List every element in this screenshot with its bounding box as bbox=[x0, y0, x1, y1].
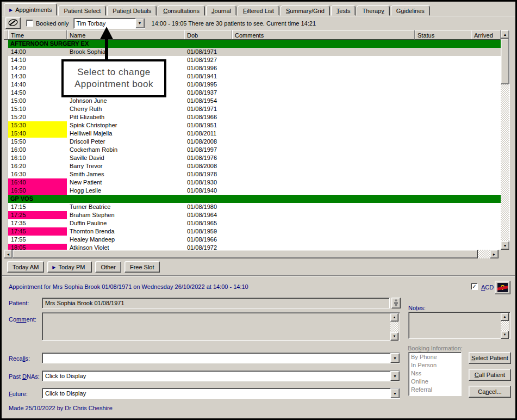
column-header-arrived[interactable]: Arrived bbox=[471, 30, 501, 40]
tab-today-am[interactable]: Today AM bbox=[7, 261, 44, 273]
appointment-row[interactable]: 16:20Barry Trevor01/08/2008 bbox=[4, 162, 501, 170]
appointment-row[interactable]: 15:20Pitt Elizabeth01/08/1966 bbox=[4, 113, 501, 121]
select-patient-button[interactable]: Select Patient bbox=[469, 352, 511, 364]
appointment-row[interactable]: 16:30Smith James01/08/1978 bbox=[4, 170, 501, 178]
scroll-down-icon[interactable]: ▼ bbox=[390, 332, 398, 341]
row-gutter bbox=[4, 154, 8, 162]
appointment-row[interactable]: 15:00Johnson June01/08/1954 bbox=[4, 97, 501, 105]
tab-appointments[interactable]: ▶Appointments bbox=[4, 3, 57, 16]
cell-arrived bbox=[471, 72, 501, 81]
booking-option[interactable]: Nss bbox=[409, 369, 461, 378]
scroll-right-icon[interactable]: ► bbox=[490, 250, 499, 258]
scroll-down-icon[interactable]: ▼ bbox=[501, 241, 509, 250]
booking-option[interactable]: In Person bbox=[409, 361, 461, 369]
recalls-combobox[interactable]: ▼ bbox=[42, 353, 400, 363]
tab-label: Filtered List bbox=[243, 8, 274, 14]
cell-arrived bbox=[471, 219, 501, 227]
tab-summary-grid[interactable]: Summary/Grid bbox=[281, 5, 330, 16]
call-patient-button[interactable]: Call Patient bbox=[469, 369, 511, 381]
cell-comments bbox=[232, 219, 415, 227]
cell-dob: 01/08/1937 bbox=[184, 89, 232, 97]
booked-only-checkbox[interactable] bbox=[26, 20, 33, 27]
horizontal-scroll-thumb[interactable] bbox=[13, 250, 478, 258]
scroll-track[interactable] bbox=[390, 322, 398, 332]
vertical-scroll-thumb[interactable] bbox=[501, 39, 509, 84]
chevron-down-icon[interactable]: ▼ bbox=[390, 353, 400, 363]
appointment-row[interactable]: 16:50Hogg Leslie01/08/1940 bbox=[4, 187, 501, 195]
scroll-up-icon[interactable]: ▲ bbox=[501, 313, 509, 321]
comment-textarea[interactable]: ▲ ▼ bbox=[42, 312, 400, 341]
horizontal-scrollbar[interactable]: ◄ ► bbox=[4, 250, 499, 258]
appointment-row[interactable]: 17:45Thornton Brenda01/08/1959 bbox=[4, 227, 501, 236]
patient-label: Patient: bbox=[9, 300, 29, 306]
section-header-row[interactable]: AFTERNOON SURGERY EX bbox=[4, 40, 501, 48]
appointment-row[interactable]: 14:00Brook Sophia01/08/1971 bbox=[4, 48, 501, 56]
session-status-text: 14:00 - 19:05 There are 30 patients to s… bbox=[152, 20, 316, 27]
appointment-row[interactable]: 18:05Atkinson Violet01/08/1972 bbox=[4, 244, 501, 250]
section-header-row[interactable]: GP VOS bbox=[4, 195, 501, 203]
appointment-row[interactable]: 16:40New Patient01/08/1930 bbox=[4, 178, 501, 187]
tab-patient-details[interactable]: Patient Details bbox=[107, 5, 157, 16]
appointment-row[interactable]: 15:40Helliwell Majella01/08/2011 bbox=[4, 129, 501, 138]
cell-comments bbox=[232, 129, 415, 138]
scroll-up-icon[interactable]: ▲ bbox=[501, 30, 509, 39]
tab-therapy[interactable]: Therapy bbox=[357, 5, 389, 16]
chevron-down-icon[interactable]: ▼ bbox=[390, 371, 400, 381]
tab-tests[interactable]: Tests bbox=[331, 5, 356, 16]
booking-option[interactable]: Referral bbox=[409, 386, 461, 394]
appointment-row[interactable]: 15:50Driscoll Peter01/08/2008 bbox=[4, 138, 501, 146]
cell-time: 14:10 bbox=[8, 56, 67, 64]
cell-status bbox=[415, 121, 471, 129]
appointment-row[interactable]: 17:15Turner Beatrice01/08/1980 bbox=[4, 203, 501, 211]
column-header-status[interactable]: Status bbox=[415, 30, 471, 40]
booking-information-listbox[interactable]: By PhoneIn PersonNssOnlineReferral bbox=[408, 352, 462, 396]
cell-dob: 01/08/2008 bbox=[184, 162, 232, 170]
vertical-scrollbar[interactable]: ▲ ▼ bbox=[501, 30, 509, 250]
column-header-name[interactable]: Name bbox=[67, 30, 184, 40]
notes-textarea[interactable]: ▲ ▼ bbox=[408, 312, 510, 339]
help-card-button[interactable]: ? bbox=[495, 281, 510, 294]
cell-arrived bbox=[471, 187, 501, 195]
scroll-track[interactable] bbox=[501, 321, 509, 331]
cell-dob: 01/08/1995 bbox=[184, 81, 232, 89]
row-gutter bbox=[4, 195, 8, 203]
cell-time: 17:15 bbox=[8, 203, 67, 211]
appointment-row[interactable]: 17:35Duffin Pauline01/08/1965 bbox=[4, 219, 501, 227]
tab-journal[interactable]: Journal bbox=[206, 5, 236, 16]
tab-filtered-list[interactable]: Filtered List bbox=[238, 5, 279, 16]
booking-option[interactable]: By Phone bbox=[409, 353, 461, 361]
appointment-row[interactable]: 15:10Cherry Ruth01/08/1971 bbox=[4, 105, 501, 113]
scroll-down-icon[interactable]: ▼ bbox=[501, 331, 509, 339]
booking-option[interactable]: Online bbox=[409, 378, 461, 386]
tab-patient-select[interactable]: Patient Select bbox=[58, 5, 106, 16]
tab-label: Appointments bbox=[15, 7, 52, 13]
chevron-down-icon[interactable]: ▼ bbox=[390, 388, 400, 398]
patient-detail-button[interactable] bbox=[391, 298, 401, 308]
tab-other[interactable]: Other bbox=[95, 261, 121, 273]
tab-guidelines[interactable]: Guidelines bbox=[391, 5, 430, 16]
acd-checkbox[interactable]: ✓ bbox=[471, 283, 478, 290]
cell-time: 16:20 bbox=[8, 162, 67, 170]
scroll-left-icon[interactable]: ◄ bbox=[4, 250, 13, 258]
column-header-comments[interactable]: Comments bbox=[232, 30, 415, 40]
past-dnas-combobox[interactable]: Click to Display ▼ bbox=[42, 370, 400, 381]
cell-comments bbox=[232, 105, 415, 113]
tab-consultations[interactable]: Consultations bbox=[158, 5, 205, 16]
cancel-button[interactable]: Cancel... bbox=[469, 386, 511, 398]
tab-today-pm[interactable]: ▶Today PM bbox=[47, 261, 92, 273]
column-header-time[interactable]: Time bbox=[8, 30, 67, 40]
patient-field[interactable]: Mrs Sophia Brook 01/08/1971 bbox=[42, 298, 390, 308]
future-combobox[interactable]: Click to Display ▼ bbox=[42, 388, 400, 399]
appointment-row[interactable]: 17:25Braham Stephen01/08/1964 bbox=[4, 211, 501, 219]
appointment-row[interactable]: 16:00Cockerham Robin01/08/1997 bbox=[4, 146, 501, 154]
appointment-row[interactable]: 15:30Spink Christopher01/08/1951 bbox=[4, 121, 501, 129]
tab-label: Other bbox=[101, 264, 116, 270]
column-header-dob[interactable]: Dob bbox=[184, 30, 232, 40]
appointment-row[interactable]: 16:10Saville David01/08/1976 bbox=[4, 154, 501, 162]
scroll-up-icon[interactable]: ▲ bbox=[390, 313, 398, 322]
chevron-down-icon[interactable]: ▼ bbox=[135, 18, 145, 28]
tab-free-slot[interactable]: Free Slot bbox=[124, 261, 160, 273]
appointment-row[interactable]: 17:55Healey Mandeep01/08/1966 bbox=[4, 236, 501, 244]
pen-icon-button[interactable] bbox=[5, 17, 21, 29]
cell-arrived bbox=[471, 121, 501, 129]
